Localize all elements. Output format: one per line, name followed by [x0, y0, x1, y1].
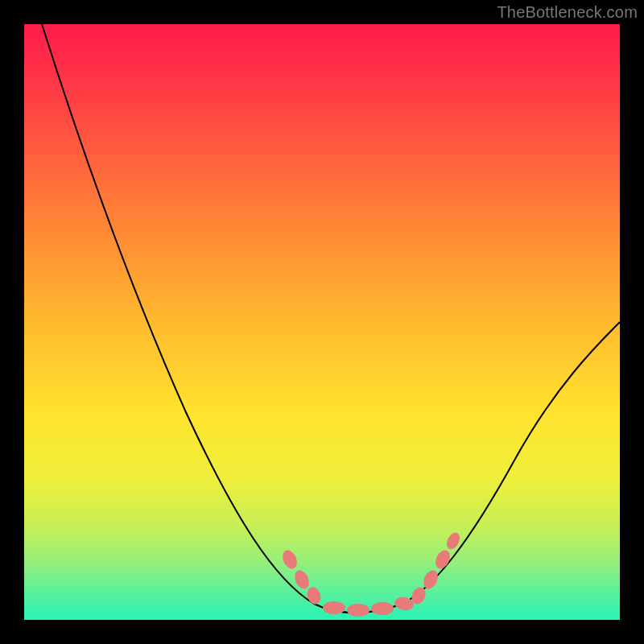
marker-group [280, 530, 463, 617]
curve-marker [433, 548, 453, 572]
curve-marker [292, 568, 312, 592]
chart-svg [24, 24, 620, 620]
bottleneck-curve-path [42, 24, 620, 613]
chart-frame: TheBottleneck.com [0, 0, 644, 644]
curve-marker [371, 602, 394, 615]
watermark-text: TheBottleneck.com [497, 3, 638, 22]
curve-marker [323, 601, 345, 614]
curve-marker [280, 548, 300, 572]
curve-marker [347, 604, 369, 617]
curve-marker [421, 568, 441, 592]
plot-area [24, 24, 620, 620]
curve-marker [305, 585, 324, 606]
